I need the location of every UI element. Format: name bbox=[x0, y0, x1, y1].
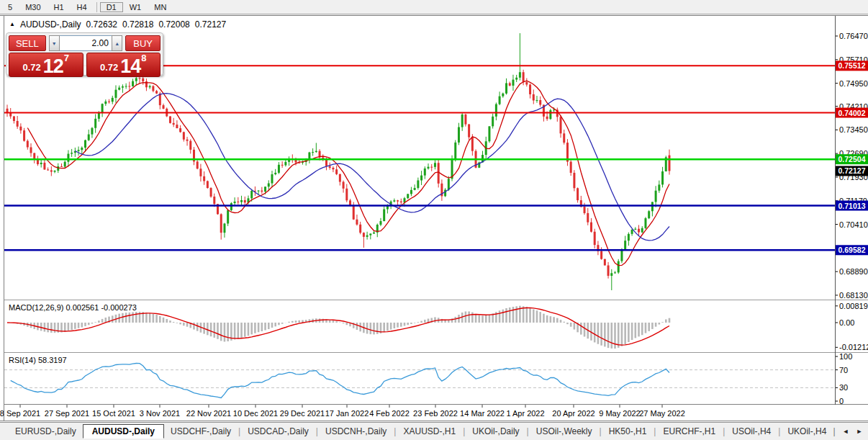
tab-separator: | bbox=[600, 426, 602, 436]
tab-hk50-h1[interactable]: HK50-,H1 bbox=[602, 425, 654, 438]
tab-usoil-weekly[interactable]: USOil-,Weekly bbox=[530, 425, 599, 438]
bull-candle bbox=[373, 233, 375, 234]
volume-increase-button[interactable]: ▲ bbox=[112, 35, 122, 51]
price-badge-label: 0.71013 bbox=[838, 202, 866, 210]
rsi-indicator-label: RSI(14) 58.3197 bbox=[9, 356, 67, 364]
sell-button[interactable]: SELL bbox=[9, 35, 46, 51]
sell-price-display[interactable]: 0.72 12 7 bbox=[9, 53, 83, 77]
bear-candle bbox=[196, 161, 199, 169]
bear-candle bbox=[19, 127, 22, 130]
volume-decrease-button[interactable]: ▼ bbox=[49, 35, 60, 51]
timeframe-toolbar: 5M30H1H4D1W1MN bbox=[0, 0, 868, 14]
one-click-trading-panel: SELL ▼ ▲ BUY 0.72 12 7 0.72 14 8 bbox=[6, 32, 163, 76]
tab-usdcnh-daily[interactable]: USDCNH-,Daily bbox=[319, 425, 393, 438]
bear-candle bbox=[329, 166, 331, 168]
bull-candle bbox=[54, 171, 56, 172]
bear-candle bbox=[529, 84, 531, 94]
bull-candle bbox=[223, 223, 225, 233]
tab-separator: | bbox=[316, 426, 318, 436]
bear-candle bbox=[33, 153, 35, 158]
bull-candle bbox=[132, 81, 134, 86]
macd-tick-label: 0.00 bbox=[839, 318, 854, 327]
timeframe-button-h1[interactable]: H1 bbox=[48, 2, 71, 12]
buy-price-point: 8 bbox=[141, 54, 146, 63]
bear-candle bbox=[163, 105, 165, 109]
buy-button[interactable]: BUY bbox=[125, 35, 161, 51]
bull-candle bbox=[114, 90, 117, 98]
bear-candle bbox=[199, 169, 202, 176]
bear-candle bbox=[210, 188, 212, 197]
bear-candle bbox=[359, 225, 361, 233]
bear-candle bbox=[509, 83, 511, 85]
tab-scroll-left-button[interactable]: ◄ bbox=[843, 428, 849, 435]
rsi-tick-label: 70 bbox=[839, 366, 848, 374]
price-badge-label: 0.75512 bbox=[838, 61, 866, 70]
bear-candle bbox=[60, 166, 63, 167]
timeframe-button-d1[interactable]: D1 bbox=[100, 2, 123, 12]
bear-candle bbox=[50, 170, 53, 171]
bull-candle bbox=[67, 154, 69, 162]
timeframe-button-mn[interactable]: MN bbox=[148, 2, 173, 12]
tab-usdchf-daily[interactable]: USDCHF-,Daily bbox=[164, 425, 238, 438]
timeframe-button-h4[interactable]: H4 bbox=[71, 2, 94, 12]
bull-candle bbox=[250, 191, 253, 198]
bull-candle bbox=[230, 203, 232, 210]
bear-candle bbox=[363, 233, 365, 237]
rsi-line bbox=[11, 364, 669, 398]
date-label: 4 Feb 2022 bbox=[369, 409, 410, 418]
bull-candle bbox=[488, 126, 490, 141]
tab-eurchf-h1[interactable]: EURCHF-,H1 bbox=[656, 425, 722, 438]
bull-candle bbox=[98, 112, 100, 119]
bull-candle bbox=[81, 148, 83, 150]
tab-xauusd-h1[interactable]: XAUUSD-,H1 bbox=[397, 425, 462, 438]
tab-ukoil-h4[interactable]: UKOil-,H4 bbox=[781, 425, 833, 438]
buy-price-display[interactable]: 0.72 14 8 bbox=[86, 53, 161, 77]
date-label: 15 Oct 2021 bbox=[92, 409, 135, 418]
bear-candle bbox=[43, 163, 45, 170]
tab-audusd-daily[interactable]: AUDUSD-,Daily bbox=[83, 424, 164, 439]
bull-candle bbox=[618, 261, 620, 273]
bull-candle bbox=[64, 162, 66, 167]
bull-candle bbox=[284, 162, 286, 166]
bull-candle bbox=[88, 135, 90, 140]
collapse-panel-icon[interactable]: ▲ bbox=[9, 21, 15, 28]
bear-candle bbox=[138, 78, 140, 78]
bull-candle bbox=[458, 127, 460, 143]
macd-tick-label: 0.00819 bbox=[839, 302, 868, 310]
ohlc-low: 0.72008 bbox=[158, 19, 189, 30]
bull-candle bbox=[264, 187, 266, 192]
bull-candle bbox=[101, 104, 104, 112]
timeframe-button-5[interactable]: 5 bbox=[1, 2, 19, 12]
bull-candle bbox=[454, 143, 456, 160]
bull-candle bbox=[274, 173, 276, 174]
bull-candle bbox=[315, 151, 317, 152]
tab-separator: | bbox=[463, 426, 465, 436]
macd-indicator-label: MACD(12,26,9) 0.002561 -0.000273 bbox=[9, 303, 137, 312]
price-badge-label: 0.69582 bbox=[838, 246, 866, 254]
bull-candle bbox=[91, 128, 93, 135]
date-label: 14 Mar 2022 bbox=[460, 409, 505, 418]
bear-candle bbox=[563, 133, 565, 143]
tab-usoil-h4[interactable]: USOil-,H4 bbox=[725, 425, 777, 438]
price-badge-label: 0.72127 bbox=[838, 166, 866, 175]
tab-eurusd-daily[interactable]: EURUSD-,Daily bbox=[9, 425, 83, 438]
bear-candle bbox=[261, 191, 263, 192]
price-tick-label: 0.74950 bbox=[839, 79, 868, 88]
bear-candle bbox=[397, 200, 399, 202]
tab-scroll-right-button[interactable]: ► bbox=[856, 428, 862, 435]
bull-candle bbox=[648, 211, 650, 218]
bear-candle bbox=[207, 181, 209, 188]
timeframe-button-m30[interactable]: M30 bbox=[19, 2, 47, 12]
volume-input[interactable] bbox=[60, 35, 112, 51]
price-badge-label: 0.72504 bbox=[838, 155, 866, 163]
bear-candle bbox=[203, 176, 205, 181]
bear-candle bbox=[533, 94, 535, 101]
bull-candle bbox=[658, 184, 660, 190]
bear-candle bbox=[343, 182, 345, 189]
bear-candle bbox=[345, 189, 348, 200]
price-badge-label: 0.74002 bbox=[838, 109, 866, 117]
timeframe-button-w1[interactable]: W1 bbox=[123, 2, 148, 12]
bull-candle bbox=[492, 117, 494, 127]
tab-usdcad-daily[interactable]: USDCAD-,Daily bbox=[241, 425, 315, 438]
tab-ukoil-daily[interactable]: UKOil-,Daily bbox=[466, 425, 525, 438]
